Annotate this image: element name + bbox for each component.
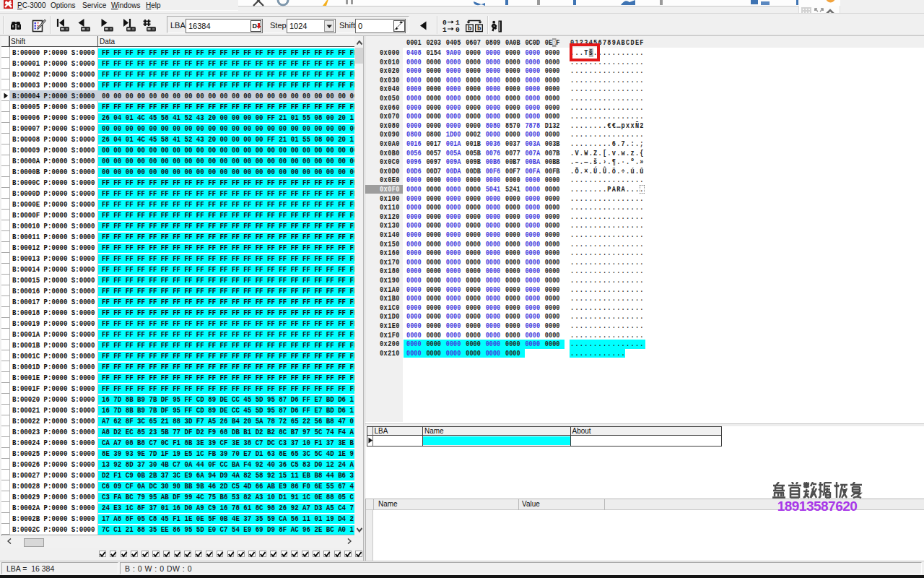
svg-text:b: b xyxy=(477,25,481,33)
svg-text:0: 0 xyxy=(456,26,460,33)
svg-text:b: b xyxy=(468,25,471,33)
svg-text:1: 1 xyxy=(443,26,447,33)
